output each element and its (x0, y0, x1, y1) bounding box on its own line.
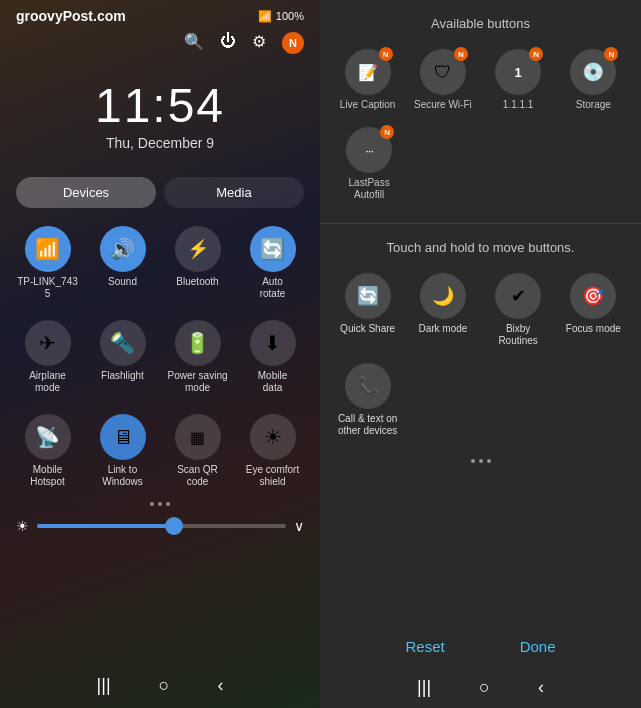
1111-badge: N (529, 47, 543, 61)
battery-label: 100% (276, 10, 304, 22)
tile-1111[interactable]: 1 N 1.1.1.1 (483, 43, 554, 117)
storage-icon: 💿 N (570, 49, 616, 95)
live-caption-icon: 📝 N (345, 49, 391, 95)
dot-2 (158, 502, 162, 506)
quick-share-icon: 🔄 (345, 273, 391, 319)
tile-powersave[interactable]: 🔋 Power savingmode (162, 314, 233, 400)
live-caption-label: Live Caption (340, 99, 396, 111)
power-icon[interactable]: ⏻ (220, 32, 236, 54)
tab-devices[interactable]: Devices (16, 177, 156, 208)
reset-button[interactable]: Reset (405, 638, 444, 655)
autorotate-tile-icon: 🔄 (250, 226, 296, 272)
eyecomfort-tile-icon: ☀ (250, 414, 296, 460)
focus-mode-icon: 🎯 (570, 273, 616, 319)
tile-lastpass[interactable]: ··· N LastPassAutofill (332, 121, 406, 207)
secure-wifi-label: Secure Wi-Fi (414, 99, 472, 111)
autorotate-tile-label: Autorotate (260, 276, 286, 300)
lastpass-badge: N (380, 125, 394, 139)
notification-badge[interactable]: N (282, 32, 304, 54)
done-button[interactable]: Done (520, 638, 556, 655)
clock-date: Thu, December 9 (0, 135, 320, 151)
mobiledata-tile-label: Mobiledata (258, 370, 287, 394)
dot-1 (150, 502, 154, 506)
available-grid-row2: ··· N LastPassAutofill (332, 121, 629, 207)
linkwindows-tile-icon: 🖥 (100, 414, 146, 460)
slider-fill (37, 524, 174, 528)
nav-recent-icon[interactable]: ||| (97, 675, 111, 696)
live-caption-badge: N (379, 47, 393, 61)
storage-label: Storage (576, 99, 611, 111)
brightness-slider[interactable] (37, 524, 286, 528)
right-panel: Available buttons 📝 N Live Caption 🛡 N S… (320, 0, 641, 708)
tile-sound[interactable]: 🔊 Sound (87, 220, 158, 306)
scanqr-tile-icon: ▦ (175, 414, 221, 460)
brightness-icon: ☀ (16, 518, 29, 534)
right-dots (320, 451, 641, 471)
hotspot-tile-label: MobileHotspot (30, 464, 64, 488)
right-dot-1 (471, 459, 475, 463)
storage-badge: N (604, 47, 618, 61)
tile-airplane[interactable]: ✈ Airplanemode (12, 314, 83, 400)
tile-bluetooth[interactable]: ⚡ Bluetooth (162, 220, 233, 306)
available-buttons-title: Available buttons (332, 16, 629, 31)
dark-mode-label: Dark mode (418, 323, 467, 335)
airplane-tile-icon: ✈ (25, 320, 71, 366)
tile-eyecomfort[interactable]: ☀ Eye comfortshield (237, 408, 308, 494)
tile-live-caption[interactable]: 📝 N Live Caption (332, 43, 403, 117)
page-dots (0, 498, 320, 510)
tile-dark-mode[interactable]: 🌙 Dark mode (407, 267, 478, 353)
lastpass-label: LastPassAutofill (349, 177, 390, 201)
slider-thumb[interactable] (165, 517, 183, 535)
focus-mode-label: Focus mode (566, 323, 621, 335)
scanqr-tile-label: Scan QRcode (177, 464, 218, 488)
available-grid: 📝 N Live Caption 🛡 N Secure Wi-Fi 1 N (332, 43, 629, 117)
tile-bixby[interactable]: ✔ BixbyRoutines (483, 267, 554, 353)
dot-3 (166, 502, 170, 506)
bluetooth-tile-icon: ⚡ (175, 226, 221, 272)
nav-back-icon[interactable]: ‹ (217, 675, 223, 696)
1111-label: 1.1.1.1 (503, 99, 534, 111)
tile-mobiledata[interactable]: ⬇ Mobiledata (237, 314, 308, 400)
search-icon[interactable]: 🔍 (184, 32, 204, 54)
app-logo: groovyPost.com (16, 8, 126, 24)
flashlight-tile-icon: 🔦 (100, 320, 146, 366)
left-panel: groovyPost.com 📶 100% 🔍 ⏻ ⚙ N 11:54 Thu,… (0, 0, 320, 708)
wifi-tile-label: TP-LINK_7435 (17, 276, 78, 300)
device-tabs: Devices Media (16, 177, 304, 208)
second-row-tiles: 📞 Call & text onother devices (332, 357, 629, 443)
divider (320, 223, 641, 224)
brightness-chevron-icon[interactable]: ∨ (294, 518, 304, 534)
bixby-icon: ✔ (495, 273, 541, 319)
touch-hold-title: Touch and hold to move buttons. (332, 240, 629, 255)
tile-hotspot[interactable]: 📡 MobileHotspot (12, 408, 83, 494)
tile-focus-mode[interactable]: 🎯 Focus mode (558, 267, 629, 353)
tile-storage[interactable]: 💿 N Storage (558, 43, 629, 117)
tile-secure-wifi[interactable]: 🛡 N Secure Wi-Fi (407, 43, 478, 117)
call-text-label: Call & text onother devices (338, 413, 397, 437)
tile-flashlight[interactable]: 🔦 Flashlight (87, 314, 158, 400)
tab-media[interactable]: Media (164, 177, 304, 208)
tile-linkwindows[interactable]: 🖥 Link toWindows (87, 408, 158, 494)
tile-scanqr[interactable]: ▦ Scan QRcode (162, 408, 233, 494)
sound-tile-label: Sound (108, 276, 137, 288)
secure-wifi-icon: 🛡 N (420, 49, 466, 95)
settings-icon[interactable]: ⚙ (252, 32, 266, 54)
quick-tiles-row1: 📶 TP-LINK_7435 🔊 Sound ⚡ Bluetooth 🔄 Aut… (0, 216, 320, 310)
tile-wifi[interactable]: 📶 TP-LINK_7435 (12, 220, 83, 306)
bluetooth-tile-label: Bluetooth (176, 276, 218, 288)
nav-home-icon[interactable]: ○ (159, 675, 170, 696)
call-text-icon: 📞 (345, 363, 391, 409)
brightness-bar[interactable]: ☀ ∨ (0, 510, 320, 542)
right-nav-back-icon[interactable]: ‹ (538, 677, 544, 698)
right-nav-recent-icon[interactable]: ||| (417, 677, 431, 698)
available-buttons-section: Available buttons 📝 N Live Caption 🛡 N S… (320, 0, 641, 215)
status-bar: groovyPost.com 📶 100% (0, 0, 320, 28)
tile-autorotate[interactable]: 🔄 Autorotate (237, 220, 308, 306)
touch-hold-grid: 🔄 Quick Share 🌙 Dark mode ✔ BixbyRoutine… (332, 267, 629, 353)
flashlight-tile-label: Flashlight (101, 370, 144, 382)
tile-quick-share[interactable]: 🔄 Quick Share (332, 267, 403, 353)
right-nav-home-icon[interactable]: ○ (479, 677, 490, 698)
1111-icon: 1 N (495, 49, 541, 95)
dark-mode-icon: 🌙 (420, 273, 466, 319)
tile-call-text[interactable]: 📞 Call & text onother devices (332, 357, 403, 443)
